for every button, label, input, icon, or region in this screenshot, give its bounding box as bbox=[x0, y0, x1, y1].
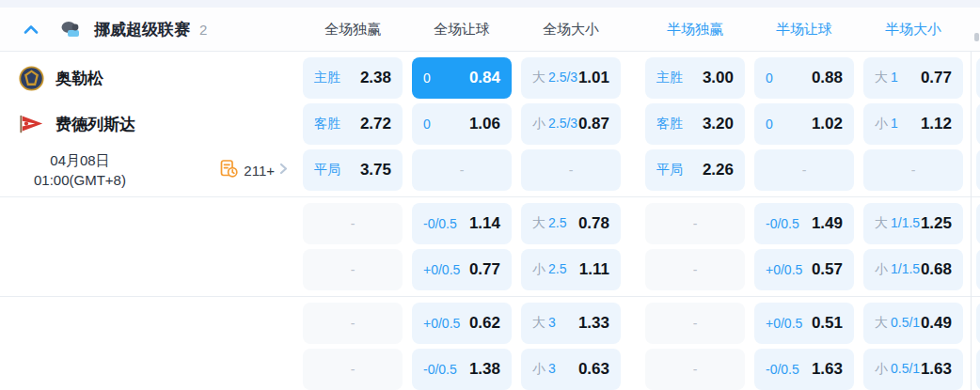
overunder-line: 小3 bbox=[532, 361, 556, 378]
right-column-divider bbox=[971, 52, 972, 390]
handicap-odds-cell[interactable]: 01.02 bbox=[754, 103, 854, 145]
odds-value: 1.11 bbox=[579, 260, 609, 279]
handicap-line-label: 0 bbox=[423, 117, 431, 132]
chevron-right-icon bbox=[279, 162, 288, 179]
odds-value: 3.75 bbox=[360, 161, 391, 179]
handicap-odds-cell[interactable]: +0/0.50.62 bbox=[412, 303, 512, 344]
league-name: 挪威超级联赛 bbox=[94, 19, 190, 40]
overunder-odds-cell[interactable]: 大2.5/31.01 bbox=[521, 57, 621, 99]
odds-value: 3.20 bbox=[703, 115, 734, 133]
overunder-line: 大0.5/1 bbox=[875, 315, 920, 332]
odds-value: 1.14 bbox=[469, 214, 500, 233]
odds-cells: -+0/0.50.62大31.33-+0/0.50.51大0.5/10.49 bbox=[303, 303, 980, 344]
no-odds-dash: - bbox=[351, 362, 356, 377]
overunder-odds-cell[interactable]: 大0.5/10.49 bbox=[863, 303, 963, 344]
odds-value: 0.77 bbox=[469, 260, 500, 279]
handicap-odds-cell[interactable]: +0/0.50.77 bbox=[412, 249, 512, 290]
empty-left-cell bbox=[0, 349, 303, 390]
overunder-odds-cell[interactable]: 小2.51.11 bbox=[521, 249, 621, 290]
overunder-line: 小2.5/3 bbox=[532, 116, 577, 133]
column-header-5: 半场让球 bbox=[754, 21, 854, 39]
odds-cells: --0/0.51.14大2.50.78--0/0.51.49大1/1.51.25 bbox=[303, 203, 980, 244]
odds-cell-empty: - bbox=[645, 349, 745, 390]
handicap-line-label: -0/0.5 bbox=[766, 362, 799, 377]
overunder-odds-cell[interactable]: 小11.12 bbox=[863, 103, 963, 145]
odds-value: 0.77 bbox=[921, 69, 952, 87]
overunder-line-value: 3 bbox=[548, 361, 556, 376]
odds-value: 0.62 bbox=[469, 314, 500, 333]
overunder-line: 小1/1.5 bbox=[875, 261, 920, 278]
handicap-odds-cell[interactable]: 01.06 bbox=[412, 103, 512, 145]
handicap-odds-cell[interactable]: -0/0.51.14 bbox=[412, 203, 512, 244]
handicap-odds-cell[interactable]: -0/0.51.49 bbox=[754, 203, 854, 244]
odds-cell-unavailable: - bbox=[521, 149, 621, 191]
overunder-line-value: 0.5/1 bbox=[891, 361, 920, 376]
league-logo-icon bbox=[59, 19, 82, 39]
overunder-odds-cell[interactable]: 大1/1.51.25 bbox=[863, 203, 963, 244]
win-odds-cell[interactable]: 主胜2.38 bbox=[303, 57, 403, 99]
collapse-chevron-up-icon[interactable] bbox=[24, 23, 40, 36]
overunder-odds-cell[interactable]: 小1/1.50.68 bbox=[863, 249, 963, 290]
markets-count: 211+ bbox=[244, 163, 275, 179]
more-markets-button[interactable]: 211+ bbox=[219, 159, 288, 182]
no-odds-dash: - bbox=[693, 216, 698, 231]
clipped-column-header-fragment bbox=[974, 33, 979, 41]
handicap-odds-cell[interactable]: +0/0.50.51 bbox=[754, 303, 854, 344]
outcome-label: 主胜 bbox=[314, 70, 340, 86]
column-header-1: 全场独赢 bbox=[303, 21, 403, 39]
overunder-direction-label: 小 bbox=[532, 361, 545, 378]
odds-value: 1.01 bbox=[578, 69, 609, 87]
clipped-odds-cell bbox=[976, 203, 980, 244]
win-odds-cell[interactable]: 平局2.26 bbox=[645, 149, 745, 191]
odds-value: 0.78 bbox=[578, 214, 609, 233]
handicap-line-label: +0/0.5 bbox=[423, 316, 460, 331]
odds-value: 2.26 bbox=[703, 161, 734, 179]
handicap-odds-cell[interactable]: -0/0.51.38 bbox=[412, 349, 512, 390]
overunder-line-value: 1/1.5 bbox=[891, 261, 920, 276]
overunder-odds-cell[interactable]: 小30.63 bbox=[521, 349, 621, 390]
handicap-odds-cell[interactable]: +0/0.50.57 bbox=[754, 249, 854, 290]
home-team-crest-icon bbox=[19, 66, 44, 91]
overunder-line-value: 2.5 bbox=[548, 261, 566, 276]
handicap-odds-cell[interactable]: 00.88 bbox=[754, 57, 854, 99]
odds-value: 3.00 bbox=[703, 69, 734, 87]
no-odds-dash: - bbox=[911, 163, 916, 178]
clipped-odds-cell bbox=[976, 149, 980, 191]
empty-left-cell bbox=[0, 249, 303, 290]
odds-row: -+0/0.50.77小2.51.11-+0/0.50.57小1/1.50.68 bbox=[0, 249, 980, 290]
odds-cell-empty: - bbox=[645, 303, 745, 344]
no-odds-dash: - bbox=[460, 163, 465, 178]
empty-left-cell bbox=[0, 303, 303, 344]
odds-row: --0/0.51.38小30.63--0/0.51.63小0.5/11.63 bbox=[0, 349, 980, 390]
overunder-line: 小2.5 bbox=[532, 261, 566, 278]
overunder-odds-cell[interactable]: 大10.77 bbox=[863, 57, 963, 99]
overunder-line: 大1/1.5 bbox=[875, 215, 920, 232]
win-odds-cell[interactable]: 主胜3.00 bbox=[645, 57, 745, 99]
selected-odds-cell[interactable]: 00.84 bbox=[412, 57, 512, 99]
odds-row: 奥勒松主胜2.3800.84大2.5/31.01主胜3.0000.88大10.7… bbox=[0, 57, 980, 99]
overunder-direction-label: 小 bbox=[875, 361, 888, 378]
overunder-odds-cell[interactable]: 小0.5/11.63 bbox=[863, 349, 963, 390]
odds-group-2: --0/0.51.14大2.50.78--0/0.51.49大1/1.51.25… bbox=[0, 197, 980, 296]
no-odds-dash: - bbox=[351, 316, 356, 331]
overunder-line: 小0.5/1 bbox=[875, 361, 920, 378]
home-team-row: 奥勒松 bbox=[0, 57, 303, 99]
odds-value: 1.33 bbox=[578, 314, 609, 333]
odds-value: 0.87 bbox=[578, 115, 609, 133]
clipped-odds-cell bbox=[976, 103, 980, 145]
odds-row: --0/0.51.14大2.50.78--0/0.51.49大1/1.51.25 bbox=[0, 203, 980, 244]
overunder-direction-label: 小 bbox=[532, 116, 545, 133]
overunder-direction-label: 大 bbox=[532, 315, 545, 332]
win-odds-cell[interactable]: 客胜3.20 bbox=[645, 103, 745, 145]
match-time: 01:00(GMT+8) bbox=[34, 170, 126, 190]
overunder-line-value: 1 bbox=[891, 70, 898, 85]
markets-clock-icon bbox=[219, 159, 239, 182]
overunder-odds-cell[interactable]: 大2.50.78 bbox=[521, 203, 621, 244]
win-odds-cell[interactable]: 客胜2.72 bbox=[303, 103, 403, 145]
odds-value: 1.06 bbox=[469, 115, 500, 133]
win-odds-cell[interactable]: 平局3.75 bbox=[303, 149, 403, 191]
overunder-odds-cell[interactable]: 大31.33 bbox=[521, 303, 621, 344]
column-header-6: 半场大小 bbox=[863, 21, 963, 39]
overunder-odds-cell[interactable]: 小2.5/30.87 bbox=[521, 103, 621, 145]
handicap-odds-cell[interactable]: -0/0.51.63 bbox=[754, 349, 854, 390]
